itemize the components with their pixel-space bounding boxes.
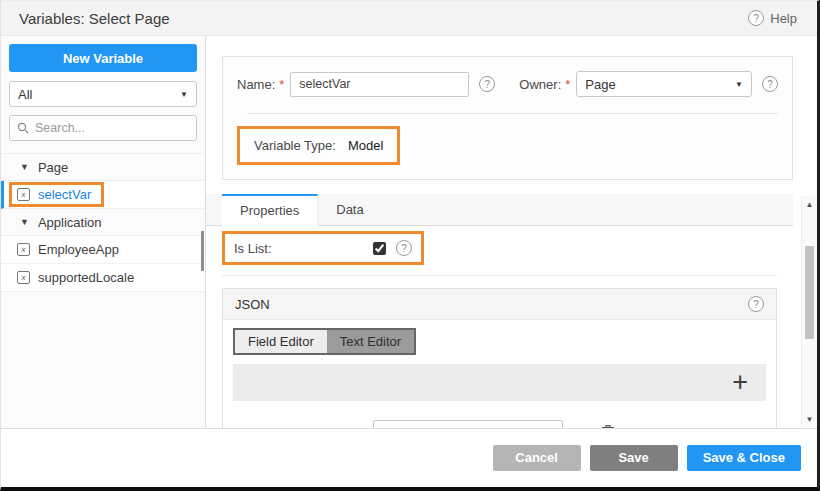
collapse-arrow-icon: ▼ <box>20 162 29 172</box>
text-editor-button[interactable]: Text Editor <box>327 330 414 353</box>
variable-filter-value: All <box>18 87 32 102</box>
cancel-button[interactable]: Cancel <box>493 445 581 471</box>
is-list-checkbox[interactable] <box>373 242 386 255</box>
field-value-input[interactable] <box>373 420 563 428</box>
editor-mode-toggle: Field Editor Text Editor <box>233 328 416 355</box>
tree-item-label: EmployeeApp <box>38 242 119 257</box>
tree-item-employeeapp[interactable]: x EmployeeApp <box>1 236 205 264</box>
scroll-up-icon[interactable]: ▲ <box>802 200 817 209</box>
dialog-footer: Cancel Save Save & Close <box>1 428 817 486</box>
tree-group-page[interactable]: ▼ Page <box>1 154 205 181</box>
save-button[interactable]: Save <box>590 445 678 471</box>
tree-item-label: selectVar <box>38 187 91 202</box>
divider <box>222 275 777 276</box>
json-section-title: JSON <box>235 297 270 312</box>
variable-type-label: Variable Type: <box>254 138 336 153</box>
tab-properties[interactable]: Properties <box>222 194 318 226</box>
properties-panel: Is List: ? JSON ? Field Editor <box>206 226 817 428</box>
owner-label: Owner: <box>519 77 561 92</box>
field-name: item0.dataValue <box>233 425 373 428</box>
name-help-icon[interactable]: ? <box>479 76 495 92</box>
add-item-button[interactable]: + <box>732 369 748 396</box>
tree-item-label: supportedLocale <box>38 270 134 285</box>
sidebar-scrollbar-thumb[interactable] <box>201 231 204 271</box>
owner-select[interactable]: Page ▼ <box>576 71 752 97</box>
tree-group-label: Page <box>38 160 68 175</box>
is-list-highlight: Is List: ? <box>222 231 424 265</box>
variable-detail-panel: Name: * ? Owner: * Page ▼ ? Variable Typ… <box>206 36 817 428</box>
help-label: Help <box>770 11 797 26</box>
owner-value: Page <box>585 77 615 92</box>
variable-type-value: Model <box>348 138 383 153</box>
chevron-down-icon: ▼ <box>180 90 188 99</box>
variables-tree: ▼ Page x selectVar ▼ Application x Emplo… <box>1 153 205 292</box>
tree-group-label: Application <box>38 215 102 230</box>
owner-help-icon[interactable]: ? <box>762 76 778 92</box>
tree-item-supportedlocale[interactable]: x supportedLocale <box>1 264 205 292</box>
chevron-down-icon: ▼ <box>735 80 743 89</box>
is-list-label: Is List: <box>234 241 272 256</box>
model-variable-icon: x <box>17 243 30 256</box>
variables-dialog: Variables: Select Page ? Help New Variab… <box>0 0 820 491</box>
divider <box>247 113 778 114</box>
scroll-down-icon[interactable]: ▼ <box>802 415 817 424</box>
help-icon: ? <box>748 10 764 26</box>
variable-summary-card: Name: * ? Owner: * Page ▼ ? Variable Typ… <box>222 56 793 180</box>
model-variable-icon: x <box>17 271 30 284</box>
variable-search[interactable] <box>9 115 197 141</box>
json-field-row: item0.dataValue <box>233 420 766 428</box>
search-input[interactable] <box>35 121 185 135</box>
required-asterisk: * <box>565 77 570 92</box>
variables-sidebar: New Variable All ▼ ▼ Page <box>1 36 206 428</box>
name-field[interactable] <box>290 72 469 97</box>
is-list-help-icon[interactable]: ? <box>396 240 412 256</box>
tab-data[interactable]: Data <box>318 194 381 225</box>
required-asterisk: * <box>279 77 284 92</box>
delete-row-icon[interactable] <box>600 424 616 429</box>
variable-type-highlight: Variable Type: Model <box>237 126 400 165</box>
highlight-box: x selectVar <box>9 182 104 207</box>
scrollbar-thumb[interactable] <box>805 246 814 339</box>
tree-group-application[interactable]: ▼ Application <box>1 209 205 236</box>
variable-filter-select[interactable]: All ▼ <box>9 81 197 107</box>
new-variable-button[interactable]: New Variable <box>9 44 197 72</box>
dialog-body: New Variable All ▼ ▼ Page <box>1 36 817 428</box>
page-title: Variables: Select Page <box>19 10 170 27</box>
json-toolbar: + <box>233 364 766 401</box>
field-editor-button[interactable]: Field Editor <box>235 330 327 353</box>
save-and-close-button[interactable]: Save & Close <box>687 445 801 471</box>
json-help-icon[interactable]: ? <box>748 296 764 312</box>
dialog-header: Variables: Select Page ? Help <box>1 1 817 36</box>
search-icon <box>17 122 29 134</box>
name-label: Name: <box>237 77 275 92</box>
help-link[interactable]: ? Help <box>748 10 797 26</box>
tree-item-selectvar[interactable]: x selectVar <box>1 181 205 209</box>
detail-tabbar: Properties Data <box>206 194 793 226</box>
collapse-arrow-icon: ▼ <box>20 217 29 227</box>
json-panel: JSON ? Field Editor Text Editor + item0.… <box>222 288 777 428</box>
properties-scrollbar[interactable]: ▲ ▼ <box>801 196 817 428</box>
model-variable-icon: x <box>17 188 30 201</box>
